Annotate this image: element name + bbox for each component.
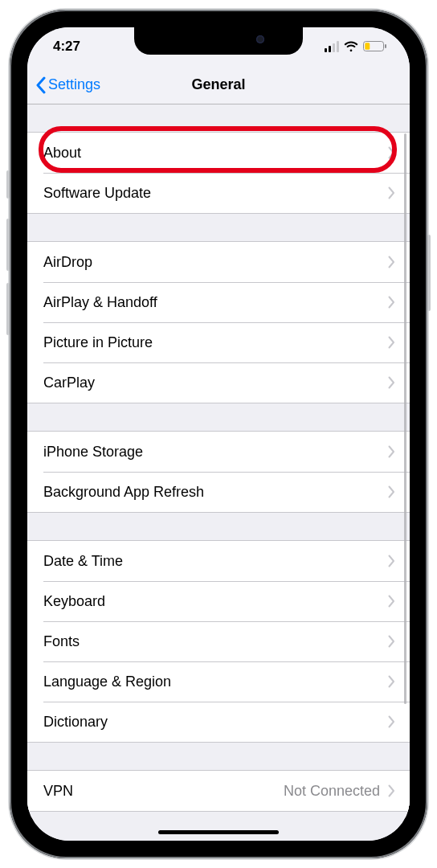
volume-down-button [6, 283, 10, 335]
chevron-right-icon [388, 675, 395, 688]
settings-row-fonts[interactable]: Fonts [27, 621, 410, 661]
settings-row-date-time[interactable]: Date & Time [27, 541, 410, 581]
row-label: Fonts [43, 633, 80, 650]
row-label: iPhone Storage [43, 444, 143, 461]
chevron-right-icon [388, 635, 395, 648]
settings-group: VPNNot Connected [27, 770, 410, 812]
back-button[interactable]: Settings [35, 66, 100, 104]
row-value: Not Connected [284, 783, 380, 800]
row-label: Keyboard [43, 593, 105, 610]
row-label: Background App Refresh [43, 484, 204, 501]
scroll-indicator [404, 133, 406, 704]
settings-row-software-update[interactable]: Software Update [27, 173, 410, 213]
side-button [427, 235, 431, 311]
settings-group: AboutSoftware Update [27, 132, 410, 214]
chevron-right-icon [388, 784, 395, 797]
home-indicator[interactable] [158, 830, 279, 834]
settings-content: AboutSoftware UpdateAirDropAirPlay & Han… [27, 104, 410, 841]
settings-row-about[interactable]: About [27, 133, 410, 173]
chevron-right-icon [388, 555, 395, 567]
row-label: Date & Time [43, 553, 123, 570]
chevron-right-icon [388, 595, 395, 608]
settings-row-keyboard[interactable]: Keyboard [27, 581, 410, 621]
settings-row-vpn[interactable]: VPNNot Connected [27, 771, 410, 811]
settings-row-airplay-handoff[interactable]: AirPlay & Handoff [27, 282, 410, 322]
settings-row-carplay[interactable]: CarPlay [27, 362, 410, 403]
settings-row-iphone-storage[interactable]: iPhone Storage [27, 432, 410, 472]
chevron-right-icon [388, 715, 395, 728]
cellular-signal-icon [325, 41, 340, 52]
chevron-right-icon [388, 336, 395, 349]
row-label: Software Update [43, 185, 151, 202]
settings-group: Date & TimeKeyboardFontsLanguage & Regio… [27, 540, 410, 743]
settings-row-language-region[interactable]: Language & Region [27, 661, 410, 702]
wifi-icon [344, 41, 358, 52]
settings-row-picture-in-picture[interactable]: Picture in Picture [27, 322, 410, 362]
row-label: AirDrop [43, 254, 92, 271]
svg-rect-1 [365, 43, 370, 49]
settings-row-background-app-refresh[interactable]: Background App Refresh [27, 472, 410, 512]
settings-row-airdrop[interactable]: AirDrop [27, 242, 410, 282]
phone-frame: 4:27 [10, 10, 427, 858]
settings-group: iPhone StorageBackground App Refresh [27, 431, 410, 513]
status-time: 4:27 [53, 39, 80, 55]
chevron-right-icon [388, 376, 395, 389]
page-title: General [191, 76, 245, 93]
row-label: VPN [43, 783, 73, 800]
svg-rect-2 [385, 44, 386, 48]
battery-icon [363, 41, 387, 52]
row-label: AirPlay & Handoff [43, 294, 157, 311]
chevron-right-icon [388, 186, 395, 199]
back-label: Settings [48, 76, 100, 93]
notch [134, 27, 303, 55]
settings-group: AirDropAirPlay & HandoffPicture in Pictu… [27, 241, 410, 403]
chevron-left-icon [35, 76, 46, 94]
row-label: CarPlay [43, 375, 95, 391]
row-label: Dictionary [43, 714, 108, 731]
row-label: Picture in Picture [43, 334, 153, 351]
chevron-right-icon [388, 296, 395, 309]
chevron-right-icon [388, 485, 395, 498]
nav-bar: Settings General [27, 66, 410, 104]
chevron-right-icon [388, 146, 395, 159]
row-label: About [43, 145, 81, 162]
mute-switch [6, 170, 10, 199]
row-label: Language & Region [43, 674, 171, 690]
volume-up-button [6, 219, 10, 271]
chevron-right-icon [388, 445, 395, 458]
chevron-right-icon [388, 256, 395, 268]
settings-row-dictionary[interactable]: Dictionary [27, 702, 410, 742]
